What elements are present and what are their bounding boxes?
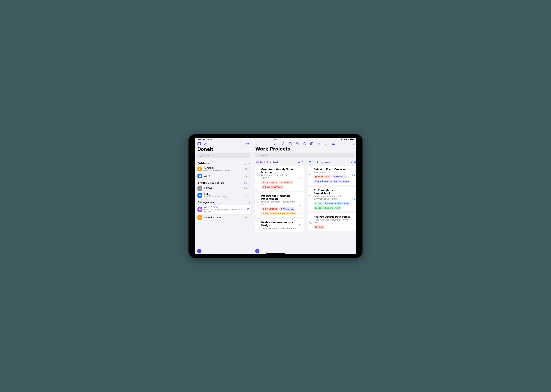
section-more-icon[interactable]: ··· <box>244 201 247 204</box>
add-task-button[interactable] <box>255 249 259 253</box>
task-card[interactable]: Go Through the Spreadsheets Don't forget… <box>308 187 356 211</box>
row-title: Work Projects <box>204 206 245 208</box>
column-status-icon <box>256 161 259 164</box>
section-title: Folders <box>198 161 209 165</box>
svg-rect-8 <box>199 175 200 176</box>
section-title: Categories <box>198 201 214 204</box>
chevron-right-icon[interactable]: › <box>354 221 355 224</box>
task-checkbox[interactable] <box>257 173 260 176</box>
chip[interactable]: Plans for the Future <box>323 202 350 205</box>
task-card[interactable]: Submit a Client Proposal Very urgent. 28… <box>308 166 356 185</box>
chip-label: Plans for the Future <box>327 202 349 204</box>
chevron-right-icon[interactable]: › <box>354 198 355 201</box>
filter-icon[interactable] <box>317 142 321 146</box>
task-checkbox[interactable] <box>309 173 312 176</box>
svg-rect-53 <box>325 203 326 204</box>
chip[interactable]: Today, 9 <box>279 181 293 184</box>
chevron-right-icon[interactable]: › <box>301 203 302 206</box>
chip[interactable]: Somewhat Important <box>314 206 341 210</box>
chip[interactable]: Today, 11 <box>332 175 347 178</box>
sidebar-item[interactable]: Work 6 › <box>196 173 251 179</box>
chip[interactable]: 29/10/2024 <box>261 207 278 211</box>
sidebar: Edit Doneit Folders ···⌄ Personal Person… <box>195 141 253 254</box>
row-count: 4 <box>245 194 247 197</box>
task-checkbox[interactable] <box>309 221 312 224</box>
chip-label: Today, 11 <box>336 176 346 178</box>
chip[interactable]: 28/10/2024 <box>314 175 331 178</box>
chevron-down-icon[interactable]: ⌄ <box>248 201 250 203</box>
task-checkbox[interactable] <box>309 194 312 197</box>
columns-icon[interactable] <box>310 142 314 146</box>
check-circle-icon[interactable] <box>303 142 307 146</box>
chip[interactable]: Good to Do as Soon as Possib <box>314 180 350 183</box>
list-settings-icon[interactable] <box>332 142 336 146</box>
subtask-count: 1 <box>299 203 301 206</box>
chip[interactable]: Important Tasks <box>261 185 284 189</box>
chevron-right-icon[interactable]: › <box>354 174 355 177</box>
row-count: 10 <box>244 168 247 170</box>
gear-icon[interactable] <box>203 142 207 146</box>
row-subtitle: Tasks that are due today <box>204 196 243 198</box>
subtask-count: 5 <box>299 224 301 227</box>
sidebar-item[interactable]: Everyday Tasks 6 › <box>196 214 251 221</box>
toggle-sidebar-icon[interactable] <box>197 142 201 146</box>
section-more-icon[interactable]: ··· <box>244 181 247 184</box>
chip[interactable]: Has to Be Done Within a We <box>261 212 296 215</box>
section-more-icon[interactable]: ··· <box>244 162 247 165</box>
task-card[interactable]: Analyze Various Data Points Make sure th… <box>308 213 356 231</box>
sidebar-search[interactable] <box>197 153 250 158</box>
split-icon[interactable] <box>288 142 292 146</box>
sidebar-item[interactable]: All Tasks 28 › <box>196 185 251 192</box>
column-title: Not Started <box>260 161 278 164</box>
chip-label: 28/10/2024 <box>265 181 277 183</box>
sort-icon[interactable] <box>324 142 328 146</box>
clock: 9:41 AM <box>198 138 206 140</box>
svg-point-47 <box>264 209 264 210</box>
chevron-down-icon[interactable]: ⌄ <box>248 162 250 164</box>
add-card-icon[interactable]: + <box>351 161 353 164</box>
home-indicator[interactable] <box>266 253 285 254</box>
link-icon[interactable] <box>281 142 285 146</box>
chip[interactable]: Tomorrow <box>279 207 295 211</box>
task-title: Analyze Various Data Points <box>314 215 353 218</box>
sidebar-item[interactable]: Work Projects Tasks should be completed … <box>196 205 251 214</box>
multitask-dots[interactable] <box>274 139 277 140</box>
task-card[interactable]: Organize a Weekly Team Meeting Don't for… <box>255 166 304 190</box>
task-card[interactable]: Prepare the Marketing Presentation Highl… <box>255 192 304 217</box>
sidebar-item[interactable]: Today Tasks that are due today 4 › <box>196 192 251 199</box>
board-column: Not Started + 6 Organize a Weekly Team M… <box>255 161 304 246</box>
row-title: Today <box>204 193 243 196</box>
task-note: Don't forget to create a brief summary o… <box>314 195 350 200</box>
task-checkbox[interactable] <box>257 200 260 203</box>
chevron-right-icon[interactable]: › <box>301 224 302 227</box>
add-button[interactable] <box>197 249 201 253</box>
task-checkbox[interactable] <box>257 226 260 229</box>
chip-label: High <box>318 226 323 228</box>
more-button[interactable]: ··· <box>351 142 354 145</box>
svg-point-3 <box>205 143 206 144</box>
chevron-down-icon[interactable]: ⌄ <box>248 182 250 184</box>
folder-icon <box>198 193 202 198</box>
main-search[interactable] <box>255 153 354 157</box>
svg-rect-28 <box>310 143 313 145</box>
subtask-count: 3 <box>299 177 301 180</box>
copy-icon[interactable] <box>295 142 299 146</box>
chip-label: Tomorrow <box>283 208 294 210</box>
chip[interactable]: !!!High <box>314 225 325 229</box>
chip[interactable]: 28/10/2024 <box>261 181 278 184</box>
folder-icon <box>198 167 202 171</box>
status-date: Thu Oct 31 <box>207 138 216 140</box>
add-card-icon[interactable]: + <box>298 161 300 164</box>
edit-icon[interactable] <box>274 142 277 146</box>
chevron-right-icon: › <box>249 194 250 197</box>
edit-button[interactable]: Edit <box>246 142 250 145</box>
task-title: Submit a Client Proposal <box>314 168 350 171</box>
folder-icon <box>198 207 202 212</box>
task-card[interactable]: Review the New Website Design Share the … <box>255 219 304 232</box>
sidebar-item[interactable]: Personal Personal projects and ideas 10 … <box>196 166 251 173</box>
chip[interactable]: !Low <box>314 202 322 205</box>
sidebar-search-input[interactable] <box>201 154 249 157</box>
main-search-input[interactable] <box>260 154 352 156</box>
row-title: All Tasks <box>204 187 242 190</box>
chevron-right-icon[interactable]: › <box>301 177 302 180</box>
